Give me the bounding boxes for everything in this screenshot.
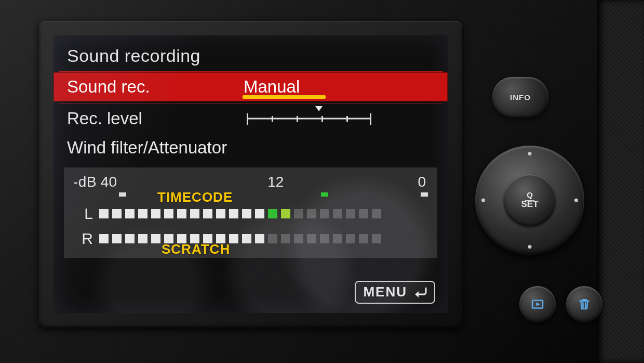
meter-segment (242, 234, 251, 243)
info-button-label: INFO (510, 93, 531, 102)
menu-button-label: MENU (363, 284, 407, 300)
menu-item-value: Manual (244, 77, 434, 97)
meter-segment (216, 209, 225, 218)
meter-channel-right: R (73, 230, 428, 248)
sound-rec-value: Manual (244, 77, 300, 96)
meter-segment (151, 209, 160, 218)
meter-segment (164, 209, 173, 218)
annotation-timecode: TIMECODE (157, 189, 233, 205)
meter-segment (333, 209, 342, 218)
menu-item-sound-rec[interactable]: Sound rec. Manual (53, 72, 448, 101)
meter-segment (307, 234, 316, 243)
meter-segment (320, 234, 329, 243)
delete-button[interactable] (566, 286, 602, 322)
db-scale-0: 0 (418, 174, 426, 190)
meter-segment (190, 209, 199, 218)
dpad-left-indicator (481, 199, 485, 202)
meter-segment (281, 234, 290, 243)
meter-segment (346, 209, 355, 218)
page-title: Sound recording (53, 46, 448, 69)
camera-body: Sound recording Sound rec. Manual Rec. l… (0, 0, 644, 363)
db-tick-0 (421, 192, 428, 197)
audio-meter-panel: -dB 40 12 0 (64, 167, 437, 258)
menu-item-rec-level[interactable]: Rec. level (53, 104, 448, 133)
set-button-q-label: Q (527, 191, 533, 200)
meter-segment (229, 209, 238, 218)
dpad-up-indicator (528, 152, 532, 155)
meter-segment (372, 209, 381, 218)
meter-segment (112, 234, 122, 243)
meter-segment (151, 234, 160, 243)
meter-segment (294, 234, 303, 243)
play-icon (530, 296, 545, 312)
meter-segment (229, 234, 238, 243)
meter-segment (359, 234, 368, 243)
meter-segment (294, 209, 303, 218)
return-icon (412, 287, 428, 298)
meter-segment (138, 234, 147, 243)
dpad-right-indicator (574, 199, 578, 202)
set-button-label: SET (521, 200, 538, 210)
meter-segment (99, 234, 109, 243)
meter-segment (242, 209, 251, 218)
meter-segment (99, 209, 109, 218)
meter-channel-left: L (73, 205, 428, 223)
menu-item-label: Wind filter/Attenuator (67, 138, 227, 158)
db-tick-40 (119, 192, 126, 197)
menu-item-wind-filter[interactable]: Wind filter/Attenuator (53, 133, 448, 162)
meter-segment (372, 234, 381, 243)
annotation-scratch: SCRATCH (162, 241, 230, 257)
meter-segment (281, 209, 290, 218)
meter-segment (203, 209, 212, 218)
rec-level-slider[interactable] (247, 111, 371, 126)
annotation-underline (243, 95, 326, 99)
dpad[interactable]: Q SET (475, 146, 584, 255)
meter-segment (255, 209, 264, 218)
meter-segment (268, 234, 277, 243)
playback-button[interactable] (519, 286, 556, 322)
lcd-screen: Sound recording Sound rec. Manual Rec. l… (53, 35, 448, 313)
meter-segment (138, 209, 147, 218)
slider-marker (315, 106, 323, 111)
menu-back-button[interactable]: MENU (355, 281, 435, 304)
meter-segment (177, 209, 186, 218)
meter-segment (333, 234, 342, 243)
meter-segment (346, 234, 355, 243)
meter-segment (268, 209, 277, 218)
lcd-bezel: Sound recording Sound rec. Manual Rec. l… (39, 21, 462, 328)
meter-segment (112, 209, 122, 218)
meter-segment (255, 234, 264, 243)
meter-segment (125, 209, 135, 218)
trash-icon (576, 296, 592, 312)
info-button[interactable]: INFO (492, 77, 548, 118)
menu-item-label: Rec. level (67, 109, 244, 128)
channel-label-left: L (73, 205, 94, 223)
channel-label-right: R (73, 230, 94, 248)
db-tick-12 (321, 192, 328, 197)
camera-grip-texture (597, 0, 644, 363)
meter-segment (125, 234, 135, 243)
meter-segment (320, 209, 329, 218)
db-scale-label: -dB 40 (73, 174, 119, 190)
meter-segment (307, 209, 316, 218)
db-scale-12: 12 (267, 174, 284, 190)
menu-item-label: Sound rec. (67, 77, 244, 97)
meter-segment (359, 209, 368, 218)
dpad-down-indicator (528, 245, 532, 249)
set-button[interactable]: Q SET (504, 174, 556, 226)
